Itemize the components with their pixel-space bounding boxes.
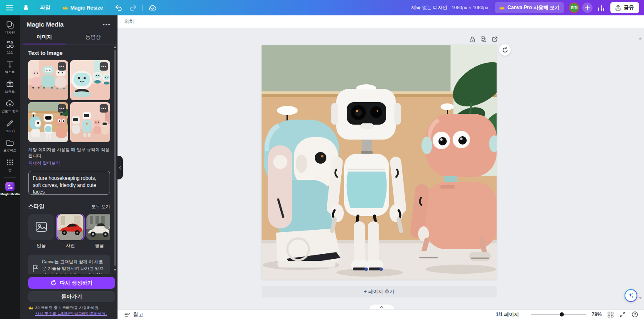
robots-photo xyxy=(262,45,497,280)
magic-resize-button[interactable]: Magic Resize xyxy=(62,5,103,11)
usage-rules-text: 해당 이미지를 사용할 때 일부 규칙이 적용됩니다. xyxy=(28,147,110,159)
hamburger-menu-icon[interactable] xyxy=(6,5,13,11)
scrollbar-thumb[interactable] xyxy=(114,50,116,266)
add-page-button[interactable]: + 페이지 추가 xyxy=(262,286,497,297)
draw-icon xyxy=(5,119,15,128)
sidebar-item-projects[interactable]: 프로젝트 xyxy=(0,136,20,155)
panel-tabs: 이미지 동영상 xyxy=(20,31,118,44)
credits-text: 32 크레딧 중 1 크레딧을 사용하세요. 사용 횟수를 늘리려면 업그레이드… xyxy=(35,305,110,317)
home-menu[interactable]: 홈 xyxy=(23,4,29,11)
notes-button[interactable]: 참고 xyxy=(125,311,143,318)
thumbnail-more-icon[interactable]: ••• xyxy=(58,62,66,71)
sidebar-item-uploads[interactable]: 업로드 항목 xyxy=(0,96,20,116)
style-heading: 스타일 xyxy=(28,203,44,210)
status-bar: 참고 1/1 페이지 79% xyxy=(118,309,644,319)
regenerate-image-fab[interactable] xyxy=(499,44,511,56)
brand-icon xyxy=(5,79,15,88)
sidebar-item-draw[interactable]: 그리기 xyxy=(0,116,20,136)
prompt-input[interactable]: Future housekeeping robots, soft curves,… xyxy=(28,171,110,195)
file-menu[interactable]: 파일 xyxy=(40,4,51,11)
add-member-button[interactable] xyxy=(582,2,593,13)
feedback-notice: Canva는 고객님과 함께 이 새로운 기술을 발전시켜 나가고 있으니, 이… xyxy=(28,255,110,274)
zoom-percent[interactable]: 79% xyxy=(592,312,602,317)
generated-thumbnail-2[interactable]: ••• xyxy=(70,60,110,100)
page-1-image[interactable] xyxy=(262,45,497,280)
style-scroll-right-icon[interactable]: › xyxy=(108,223,110,230)
divider xyxy=(525,312,525,317)
document-title[interactable]: 제목 없는 디자인 - 1080px × 1080px xyxy=(411,5,488,11)
duplicate-icon[interactable] xyxy=(480,36,487,43)
cloud-status-icon[interactable] xyxy=(149,5,157,11)
zoom-slider[interactable] xyxy=(531,312,586,317)
crown-icon xyxy=(62,5,68,10)
generated-thumbnail-4[interactable]: ••• xyxy=(70,102,110,142)
zoom-slider-knob[interactable] xyxy=(560,312,564,317)
apps-icon xyxy=(5,158,15,167)
thumbnail-more-icon[interactable]: ••• xyxy=(58,104,66,113)
sidebar-rail: 디자인 요소 텍스트 브랜드 업로드 항목 그리기 프로젝트 앱 Magic M… xyxy=(0,15,20,319)
undo-icon[interactable] xyxy=(115,5,122,11)
lock-icon[interactable] xyxy=(469,36,476,43)
back-button[interactable]: 돌아가기 xyxy=(28,291,115,302)
fullscreen-icon[interactable] xyxy=(620,312,626,318)
sparkle-icon xyxy=(628,292,634,299)
projects-icon xyxy=(5,138,15,147)
see-all-link[interactable]: 모두 보기 xyxy=(91,204,110,210)
generated-thumbnail-3[interactable]: ••• xyxy=(28,102,68,142)
canvas-scroll-down-icon[interactable] xyxy=(639,299,642,307)
redo-icon[interactable] xyxy=(130,5,137,11)
thumbnail-more-icon[interactable]: ••• xyxy=(100,104,108,113)
tab-image[interactable]: 이미지 xyxy=(20,31,69,44)
panel-collapse-handle[interactable] xyxy=(118,156,123,179)
export-icon[interactable] xyxy=(491,36,498,43)
scroll-up-icon[interactable] xyxy=(113,46,117,48)
canvas-area: 위치 xyxy=(118,15,644,319)
elements-icon xyxy=(5,40,15,49)
share-upload-icon xyxy=(615,5,621,11)
help-icon[interactable] xyxy=(632,311,638,318)
scroll-down-icon[interactable] xyxy=(113,269,117,271)
analytics-icon[interactable] xyxy=(598,5,605,11)
sidebar-item-apps[interactable]: 앱 xyxy=(0,155,20,175)
share-button[interactable]: 공유 xyxy=(610,2,639,13)
divider xyxy=(142,5,143,11)
sidebar-item-brand[interactable]: 브랜드 xyxy=(0,77,20,96)
style-option-film[interactable] xyxy=(86,214,110,240)
divider xyxy=(109,5,109,11)
upgrade-link[interactable]: 사용 횟수를 늘리려면 업그레이드하세요. xyxy=(35,311,107,317)
thumbnail-more-icon[interactable]: ••• xyxy=(100,62,108,71)
panel-title: Magic Media xyxy=(27,21,64,28)
panel-footer: 다시 생성하기 돌아가기 32 크레딧 중 1 크레딧을 사용하세요. 사용 횟… xyxy=(20,274,118,319)
regenerate-button[interactable]: 다시 생성하기 xyxy=(28,277,115,289)
panel-scrollbar[interactable] xyxy=(113,45,117,272)
panel-menu-icon[interactable]: ••• xyxy=(103,21,111,27)
sidebar-item-magic-media[interactable]: Magic Media xyxy=(0,179,20,199)
style-option-photo[interactable] xyxy=(57,214,83,240)
context-toolbar: 위치 xyxy=(118,15,644,28)
generated-thumbnail-1[interactable]: ••• xyxy=(28,60,68,100)
section-title: Text to Image xyxy=(28,50,110,56)
sidebar-item-text[interactable]: 텍스트 xyxy=(0,57,20,77)
crown-icon xyxy=(28,306,33,310)
canvas-scroll-up-icon[interactable] xyxy=(639,30,642,38)
canva-assistant-button[interactable] xyxy=(624,289,637,302)
canva-pro-button[interactable]: Canva Pro 사용해 보기 xyxy=(495,2,564,13)
uploads-icon xyxy=(5,99,15,108)
design-icon xyxy=(5,20,15,29)
avatar[interactable]: 효경 xyxy=(569,2,579,13)
sidebar-item-elements[interactable]: 요소 xyxy=(0,37,20,57)
crown-icon xyxy=(499,5,505,10)
generated-images-grid: ••• ••• xyxy=(28,60,110,142)
notes-icon xyxy=(125,312,131,317)
learn-more-link[interactable]: 자세히 알아보기 xyxy=(28,160,60,166)
style-option-labels: 없음 사진 필름 xyxy=(28,243,110,249)
position-button[interactable]: 위치 xyxy=(124,18,134,25)
flag-icon xyxy=(32,265,39,272)
sidebar-item-design[interactable]: 디자인 xyxy=(0,18,20,37)
page-indicator[interactable]: 1/1 페이지 xyxy=(496,311,519,318)
style-options-row: › xyxy=(28,214,110,240)
tab-video[interactable]: 동영상 xyxy=(69,31,118,44)
grid-view-icon[interactable] xyxy=(607,312,614,318)
style-option-none[interactable] xyxy=(28,214,54,240)
panel-scroll-area: Text to Image ••• xyxy=(20,44,118,274)
